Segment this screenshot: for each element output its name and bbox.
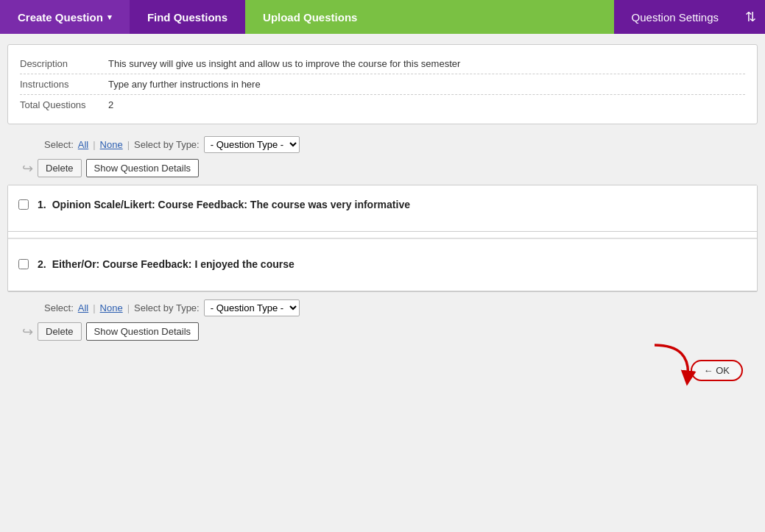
bottom-show-question-details-button[interactable]: Show Question Details: [86, 322, 200, 341]
total-questions-label: Total Questions: [20, 99, 108, 110]
info-box: Description This survey will give us ins…: [7, 44, 758, 124]
question-1-text: Opinion Scale/Likert: Course Feedback: T…: [52, 199, 410, 210]
top-arrow-container: ↪ Delete Show Question Details: [15, 159, 758, 177]
main-content: Description This survey will give us ins…: [0, 34, 765, 403]
sort-icon-symbol: ⇅: [745, 9, 756, 25]
top-select-all[interactable]: All: [78, 139, 88, 150]
nav-find-questions[interactable]: Find Questions: [130, 0, 245, 34]
instructions-value: Type any further instructions in here: [108, 79, 261, 90]
question-2-text: Either/Or: Course Feedback: I enjoyed th…: [52, 258, 295, 270]
red-arrow-indicator: [647, 338, 699, 389]
question-1-checkbox[interactable]: [18, 199, 29, 210]
bottom-select-by-type-label: Select by Type:: [134, 302, 200, 313]
chevron-down-icon: ▾: [107, 13, 112, 22]
top-select-none[interactable]: None: [100, 139, 123, 150]
top-select-by-type-label: Select by Type:: [134, 139, 200, 150]
total-questions-value: 2: [108, 99, 113, 110]
ok-area: ← OK: [7, 348, 758, 393]
top-toolbar-wrapper: Select: All | None | Select by Type: - Q…: [7, 136, 758, 177]
instructions-row: Instructions Type any further instructio…: [20, 74, 745, 95]
bottom-select-none[interactable]: None: [100, 302, 123, 313]
top-delete-button[interactable]: Delete: [38, 159, 82, 177]
question-2-number: 2.: [38, 258, 46, 270]
description-row: Description This survey will give us ins…: [20, 54, 745, 74]
question-item-1: 1. Opinion Scale/Likert: Course Feedback…: [8, 185, 757, 232]
nav-question-settings[interactable]: Question Settings: [614, 0, 736, 34]
total-questions-row: Total Questions 2: [20, 95, 745, 115]
bottom-toolbar-select-row: Select: All | None | Select by Type: - Q…: [15, 299, 758, 316]
questions-divider: [8, 238, 757, 239]
bottom-select-label: Select:: [44, 302, 74, 313]
find-questions-label: Find Questions: [147, 11, 228, 24]
top-toolbar-select-row: Select: All | None | Select by Type: - Q…: [15, 136, 758, 153]
top-navigation: Create Question ▾ Find Questions Upload …: [0, 0, 765, 34]
description-label: Description: [20, 58, 108, 69]
nav-upload-questions[interactable]: Upload Questions: [245, 0, 375, 34]
question-1-line: 1. Opinion Scale/Likert: Course Feedback…: [18, 199, 747, 210]
create-question-label: Create Question: [18, 11, 103, 24]
description-value: This survey will give us insight and all…: [108, 58, 460, 69]
nav-sort-icon[interactable]: ⇅: [736, 0, 765, 34]
bottom-delete-button[interactable]: Delete: [38, 322, 82, 341]
top-question-type-select[interactable]: - Question Type -: [204, 136, 300, 153]
instructions-label: Instructions: [20, 79, 108, 90]
question-1-number: 1.: [38, 199, 46, 210]
nav-create-question[interactable]: Create Question ▾: [0, 0, 130, 34]
bottom-arrow-icon: ↪: [22, 324, 33, 340]
questions-container: 1. Opinion Scale/Likert: Course Feedback…: [7, 185, 758, 292]
top-select-label: Select:: [44, 139, 74, 150]
ok-button-wrapper: ← OK: [691, 360, 743, 381]
bottom-question-type-select[interactable]: - Question Type -: [204, 299, 300, 316]
bottom-toolbar-wrapper: Select: All | None | Select by Type: - Q…: [7, 299, 758, 341]
question-2-line: 2. Either/Or: Course Feedback: I enjoyed…: [18, 258, 747, 270]
top-show-question-details-button[interactable]: Show Question Details: [86, 159, 200, 177]
nav-green-spacer: [375, 0, 613, 34]
bottom-select-all[interactable]: All: [78, 302, 88, 313]
upload-questions-label: Upload Questions: [263, 11, 357, 24]
bottom-arrow-container: ↪ Delete Show Question Details: [15, 322, 758, 341]
question-settings-label: Question Settings: [632, 11, 719, 24]
question-item-2: 2. Either/Or: Course Feedback: I enjoyed…: [8, 245, 757, 291]
question-2-checkbox[interactable]: [18, 259, 29, 269]
top-arrow-icon: ↪: [22, 160, 33, 177]
